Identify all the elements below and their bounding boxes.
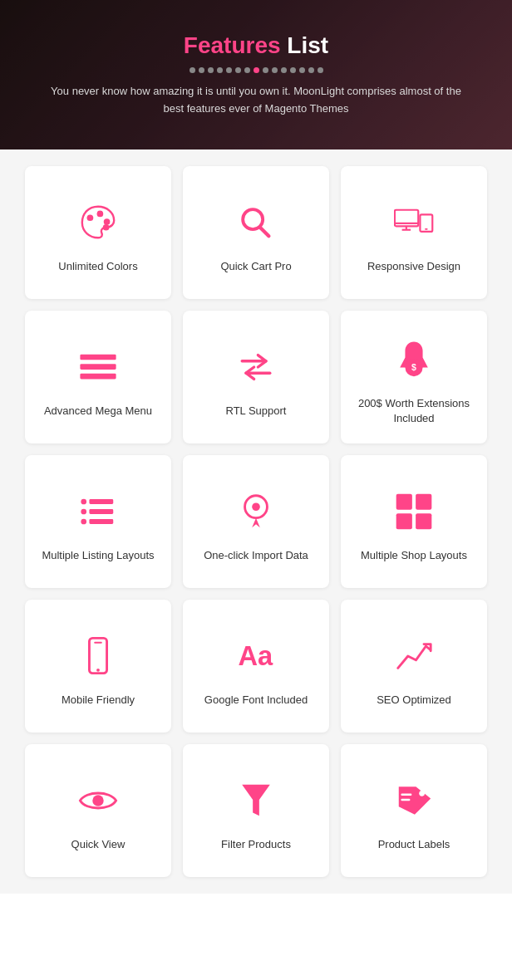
feature-label-advanced-mega-menu: Advanced Mega Menu	[44, 404, 152, 419]
dot-9[interactable]	[272, 67, 278, 73]
svg-point-21	[81, 509, 86, 515]
dot-0[interactable]	[190, 67, 195, 73]
features-grid: Unlimited Colors Quick Cart Pro Responsi…	[0, 149, 512, 894]
money-icon: $	[394, 336, 434, 383]
feature-label-one-click-import: One-click Import Data	[204, 548, 308, 563]
hero-section: Features List You never know how amazing…	[0, 0, 512, 149]
mobile-icon	[78, 633, 118, 679]
feature-label-seo-optimized: SEO Optimized	[377, 693, 451, 708]
svg-point-0	[87, 214, 94, 221]
svg-point-19	[81, 499, 86, 505]
svg-rect-12	[80, 355, 116, 360]
feature-label-product-labels: Product Labels	[378, 837, 450, 852]
page-title: Features List	[48, 32, 464, 59]
feature-card-multiple-listing: Multiple Listing Layouts	[25, 455, 171, 588]
dot-6[interactable]	[244, 67, 250, 73]
svg-point-3	[103, 224, 110, 231]
feature-label-mobile-friendly: Mobile Friendly	[62, 693, 135, 708]
feature-card-product-labels: Product Labels	[341, 744, 487, 877]
dot-10[interactable]	[281, 67, 287, 73]
feature-card-filter-products: Filter Products	[183, 744, 329, 877]
svg-text:$: $	[411, 362, 416, 372]
svg-point-35	[92, 795, 103, 806]
feature-label-quick-view: Quick View	[71, 837, 126, 852]
feature-label-unlimited-colors: Unlimited Colors	[58, 259, 137, 274]
dot-2[interactable]	[208, 67, 214, 73]
dot-3[interactable]	[217, 67, 223, 73]
feature-label-multiple-listing: Multiple Listing Layouts	[42, 548, 154, 563]
list-icon	[78, 488, 118, 535]
feature-label-filter-products: Filter Products	[221, 837, 291, 852]
filter-icon	[236, 777, 276, 824]
feature-card-rtl-support: RTL Support	[183, 311, 329, 443]
svg-point-32	[96, 669, 100, 672]
feature-card-quick-cart-pro: Quick Cart Pro	[183, 166, 329, 299]
menu-icon	[78, 344, 118, 390]
feature-card-one-click-import: One-click Import Data	[183, 455, 329, 588]
feature-label-google-font: Google Font Included	[204, 693, 308, 708]
svg-point-2	[104, 218, 111, 225]
dot-1[interactable]	[199, 67, 204, 73]
svg-text:Aa: Aa	[238, 639, 273, 670]
feature-card-advanced-mega-menu: Advanced Mega Menu	[25, 311, 171, 443]
svg-point-37	[419, 791, 425, 796]
svg-rect-14	[80, 374, 116, 380]
eye-icon	[78, 777, 118, 824]
dot-12[interactable]	[299, 67, 305, 73]
feature-label-rtl-support: RTL Support	[226, 404, 287, 419]
svg-rect-31	[89, 638, 106, 673]
feature-label-multiple-shop: Multiple Shop Layouts	[361, 548, 467, 563]
tag-icon	[394, 777, 434, 824]
hero-content: Features List You never know how amazing…	[23, 32, 489, 118]
svg-rect-24	[89, 519, 113, 524]
svg-point-26	[252, 502, 260, 511]
dot-7[interactable]	[254, 67, 259, 73]
feature-card-unlimited-colors: Unlimited Colors	[25, 166, 171, 299]
feature-label-quick-cart-pro: Quick Cart Pro	[220, 259, 291, 274]
dots-indicator	[48, 67, 464, 73]
arrows-icon	[236, 344, 276, 390]
dot-13[interactable]	[308, 67, 314, 73]
dot-5[interactable]	[235, 67, 241, 73]
feature-card-responsive-design: Responsive Design	[341, 166, 487, 299]
palette-icon	[78, 199, 118, 246]
svg-rect-27	[396, 494, 412, 510]
svg-rect-20	[89, 499, 113, 504]
svg-rect-30	[416, 513, 431, 529]
title-normal: List	[287, 32, 328, 58]
svg-rect-28	[416, 494, 431, 510]
svg-rect-22	[89, 509, 113, 514]
feature-label-responsive-design: Responsive Design	[367, 259, 460, 274]
grid-icon	[394, 488, 434, 535]
hero-description: You never know how amazing it is until y…	[48, 83, 464, 118]
svg-rect-29	[396, 513, 412, 529]
feature-card-mobile-friendly: Mobile Friendly	[25, 600, 171, 733]
feature-card-seo-optimized: SEO Optimized	[341, 600, 487, 733]
dot-4[interactable]	[226, 67, 232, 73]
chart-icon	[394, 633, 434, 679]
feature-card-google-font: Aa Google Font Included	[183, 600, 329, 733]
feature-label-200-extensions: 200$ Worth Extensions Included	[349, 396, 479, 426]
feature-card-quick-view: Quick View	[25, 744, 171, 877]
touch-icon	[236, 488, 276, 535]
dot-14[interactable]	[318, 67, 323, 73]
svg-point-1	[97, 211, 104, 218]
responsive-icon	[394, 199, 434, 246]
dot-11[interactable]	[290, 67, 296, 73]
svg-rect-13	[80, 364, 116, 370]
feature-card-multiple-shop: Multiple Shop Layouts	[341, 455, 487, 588]
dot-8[interactable]	[263, 67, 268, 73]
title-highlight: Features	[184, 32, 281, 58]
svg-marker-36	[242, 785, 270, 816]
feature-card-200-extensions: $ 200$ Worth Extensions Included	[341, 311, 487, 443]
search-icon	[236, 199, 276, 246]
svg-line-5	[260, 228, 269, 237]
font-icon: Aa	[236, 633, 276, 679]
svg-point-23	[81, 519, 86, 525]
